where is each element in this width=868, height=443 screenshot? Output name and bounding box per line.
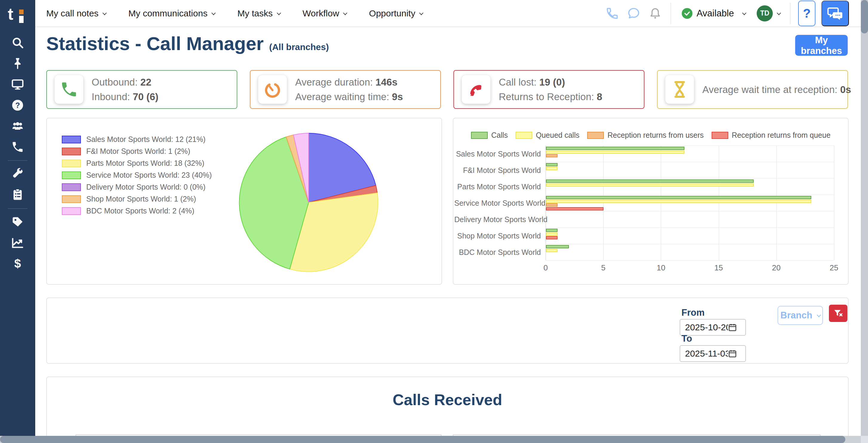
stat-value: 22 (140, 77, 151, 88)
chevron-down-icon (777, 11, 781, 15)
sidebar: t ?$ (0, 0, 35, 443)
nav-item-opportunity[interactable]: Opportunity (369, 8, 422, 19)
phone-icon[interactable] (601, 7, 623, 20)
divider (790, 3, 790, 24)
gridline (546, 195, 834, 195)
vertical-scrollbar-track[interactable] (861, 0, 868, 436)
pie-chart (237, 131, 380, 274)
clear-filter-button[interactable] (829, 305, 847, 322)
app-logo[interactable]: t (0, 0, 35, 28)
branch-dropdown[interactable]: Branch (778, 306, 823, 325)
nav-item-my-call-notes[interactable]: My call notes (46, 8, 106, 19)
legend-swatch (62, 147, 81, 155)
from-date-input[interactable] (680, 322, 728, 332)
gridline (546, 145, 546, 260)
pie-legend: Sales Motor Sports World: 12 (21%)F&I Mo… (62, 135, 212, 218)
x-tick-label: 0 (544, 263, 548, 272)
section-title: Calls Received (47, 391, 848, 409)
messages-button[interactable] (822, 1, 849, 26)
calls-by-branch-pie-card: Sales Motor Sports World: 12 (21%)F&I Mo… (46, 118, 442, 285)
legend-swatch (587, 132, 604, 139)
calls-by-branch-bar-card: CallsQueued callsReception returns from … (453, 118, 848, 285)
pie-legend-item: Delivery Motor Sports World: 0 (0%) (62, 183, 212, 192)
logo-accent (19, 9, 24, 14)
bar-calls (546, 179, 754, 183)
page-header: Statistics - Call Manager (All branches) (46, 33, 329, 54)
user-menu[interactable]: TD (757, 5, 780, 22)
legend-swatch (712, 132, 728, 139)
legend-label: Delivery Motor Sports World: 0 (0%) (86, 183, 206, 192)
legend-swatch (62, 195, 81, 203)
nav-item-workflow[interactable]: Workflow (303, 8, 346, 19)
stat-card-hourglass: Average wait time at reception: 0s (657, 70, 848, 109)
sidebar-item-clipboard[interactable] (0, 184, 35, 205)
gridline (546, 228, 834, 228)
my-branches-button[interactable]: My branches (795, 35, 848, 56)
bell-icon[interactable] (645, 7, 666, 20)
gridline (776, 145, 777, 260)
sidebar-item-desktop[interactable] (0, 74, 35, 95)
sidebar-item-help-circle[interactable]: ? (0, 95, 35, 116)
bar-calls (546, 229, 558, 232)
chat-icon[interactable] (623, 7, 645, 20)
bar-category-label: Shop Motor Sports World (454, 232, 541, 240)
bar-queued-calls (546, 200, 811, 203)
wrench-icon (11, 168, 24, 181)
stat-value: 146s (375, 77, 397, 88)
gridline (546, 260, 834, 261)
sidebar-icon-list: ?$ (0, 32, 35, 274)
x-tick-label: 10 (657, 263, 665, 272)
sidebar-item-chart-line[interactable] (0, 233, 35, 253)
calls-received-section: Calls Received (46, 377, 848, 443)
bar-legend-item: Reception returns from queue (712, 131, 831, 139)
sidebar-item-users[interactable] (0, 116, 35, 137)
sidebar-item-dollar[interactable]: $ (0, 253, 35, 274)
availability-status[interactable]: Available (682, 8, 745, 19)
stat-line: Average duration: 146s (295, 75, 403, 90)
divider (671, 3, 671, 24)
sidebar-item-wrench[interactable] (0, 164, 35, 184)
bar-queued-calls (546, 150, 684, 154)
phone-down-icon (462, 75, 490, 104)
call-manager-dashboard: t ?$ My call notesMy communicationsMy ta… (0, 0, 868, 443)
horizontal-scrollbar-thumb[interactable] (0, 436, 845, 443)
help-button[interactable]: ? (798, 1, 815, 26)
to-date-field[interactable] (680, 345, 746, 362)
nav-item-my-communications[interactable]: My communications (128, 8, 215, 19)
svg-text:?: ? (15, 101, 20, 109)
stat-value: 70 (6) (133, 91, 158, 102)
stat-line: Average wait time at reception: 0s (702, 82, 851, 97)
legend-label: Service Motor Sports World: 23 (40%) (86, 171, 212, 179)
gridline (661, 145, 661, 260)
bar-category-label: Delivery Motor Sports World (454, 215, 541, 224)
bar-chart: 0510152025Sales Motor Sports WorldF&I Mo… (546, 145, 834, 260)
clipboard-icon (11, 189, 24, 202)
svg-text:$: $ (14, 257, 21, 270)
dollar-icon: $ (11, 257, 24, 270)
sidebar-item-search[interactable] (0, 32, 35, 53)
pie-legend-item: Sales Motor Sports World: 12 (21%) (62, 135, 212, 144)
pie-legend-item: Service Motor Sports World: 23 (40%) (62, 171, 212, 179)
x-tick-label: 15 (714, 263, 723, 272)
bar-category-label: F&I Motor Sports World (454, 166, 541, 175)
nav-item-my-tasks[interactable]: My tasks (237, 8, 280, 19)
sidebar-item-phone[interactable] (0, 137, 35, 158)
help-circle-icon: ? (11, 99, 24, 112)
stat-value: 8 (597, 91, 602, 102)
to-label: To (681, 333, 692, 344)
legend-label: Parts Motor Sports World: 18 (32%) (86, 159, 205, 168)
logo-letter: t (8, 4, 13, 24)
stat-value: 9s (392, 91, 403, 102)
vertical-scrollbar-thumb[interactable] (861, 0, 868, 33)
bar-category-label: Sales Motor Sports World (454, 150, 541, 158)
page-title: Statistics - Call Manager (46, 33, 264, 54)
pie-legend-item: Parts Motor Sports World: 18 (32%) (62, 159, 212, 168)
legend-label: Sales Motor Sports World: 12 (21%) (86, 135, 206, 144)
bar-calls (546, 196, 811, 199)
sidebar-item-pin[interactable] (0, 53, 35, 74)
sidebar-item-tag[interactable] (0, 212, 35, 233)
tag-icon (11, 215, 24, 229)
to-date-input[interactable] (680, 348, 728, 359)
nav-item-label: My tasks (237, 8, 273, 19)
gridline (546, 244, 834, 244)
